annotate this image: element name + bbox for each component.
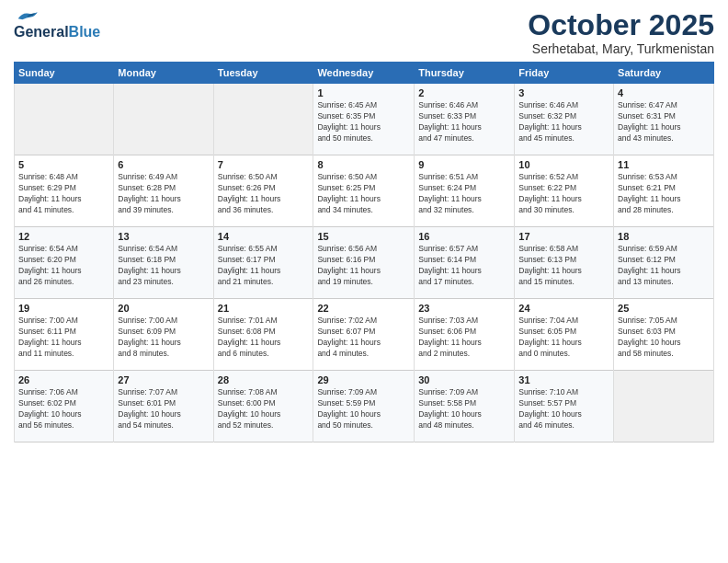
- calendar-cell: [213, 84, 313, 155]
- day-number: 25: [618, 303, 710, 314]
- day-number: 6: [118, 159, 209, 170]
- day-number: 1: [317, 87, 410, 98]
- day-info: Sunrise: 7:10 AM Sunset: 5:57 PM Dayligh…: [518, 387, 609, 431]
- day-info: Sunrise: 7:08 AM Sunset: 6:00 PM Dayligh…: [218, 387, 310, 431]
- day-info: Sunrise: 7:00 AM Sunset: 6:09 PM Dayligh…: [118, 316, 209, 360]
- day-info: Sunrise: 6:49 AM Sunset: 6:28 PM Dayligh…: [118, 172, 209, 216]
- calendar-cell: 4Sunrise: 6:47 AM Sunset: 6:31 PM Daylig…: [614, 84, 714, 155]
- weekday-header: Sunday: [15, 63, 114, 84]
- day-info: Sunrise: 7:01 AM Sunset: 6:08 PM Dayligh…: [218, 316, 310, 360]
- day-number: 13: [118, 231, 209, 242]
- day-info: Sunrise: 7:06 AM Sunset: 6:02 PM Dayligh…: [18, 387, 109, 431]
- day-info: Sunrise: 6:56 AM Sunset: 6:16 PM Dayligh…: [317, 244, 410, 288]
- calendar-cell: 18Sunrise: 6:59 AM Sunset: 6:12 PM Dayli…: [614, 227, 714, 299]
- day-number: 7: [218, 159, 310, 170]
- calendar-cell: 15Sunrise: 6:56 AM Sunset: 6:16 PM Dayli…: [313, 227, 415, 299]
- page: GeneralBlue October 2025 Serhetabat, Mar…: [0, 0, 728, 452]
- weekday-header: Thursday: [415, 63, 515, 84]
- calendar-cell: 1Sunrise: 6:45 AM Sunset: 6:35 PM Daylig…: [313, 84, 415, 155]
- title-block: October 2025 Serhetabat, Mary, Turkmenis…: [528, 9, 714, 56]
- calendar-cell: 22Sunrise: 7:02 AM Sunset: 6:07 PM Dayli…: [313, 299, 415, 371]
- day-number: 16: [418, 231, 510, 242]
- day-info: Sunrise: 7:02 AM Sunset: 6:07 PM Dayligh…: [317, 316, 410, 360]
- calendar-cell: 7Sunrise: 6:50 AM Sunset: 6:26 PM Daylig…: [213, 155, 313, 227]
- calendar-week-row: 5Sunrise: 6:48 AM Sunset: 6:29 PM Daylig…: [15, 155, 714, 227]
- day-number: 5: [18, 159, 109, 170]
- day-number: 11: [618, 159, 710, 170]
- day-number: 20: [118, 303, 209, 314]
- calendar-cell: 6Sunrise: 6:49 AM Sunset: 6:28 PM Daylig…: [114, 155, 213, 227]
- day-info: Sunrise: 7:05 AM Sunset: 6:03 PM Dayligh…: [618, 316, 710, 360]
- day-number: 17: [518, 231, 609, 242]
- calendar-cell: 10Sunrise: 6:52 AM Sunset: 6:22 PM Dayli…: [515, 155, 614, 227]
- day-info: Sunrise: 6:54 AM Sunset: 6:20 PM Dayligh…: [18, 244, 109, 288]
- logo-general: General: [14, 24, 69, 40]
- day-number: 8: [317, 159, 410, 170]
- calendar-cell: 24Sunrise: 7:04 AM Sunset: 6:05 PM Dayli…: [515, 299, 614, 371]
- weekday-header: Tuesday: [213, 63, 313, 84]
- day-info: Sunrise: 6:45 AM Sunset: 6:35 PM Dayligh…: [317, 100, 410, 144]
- calendar-cell: 26Sunrise: 7:06 AM Sunset: 6:02 PM Dayli…: [15, 371, 114, 442]
- day-info: Sunrise: 6:53 AM Sunset: 6:21 PM Dayligh…: [618, 172, 710, 216]
- day-info: Sunrise: 6:52 AM Sunset: 6:22 PM Dayligh…: [518, 172, 609, 216]
- calendar-cell: 9Sunrise: 6:51 AM Sunset: 6:24 PM Daylig…: [415, 155, 515, 227]
- day-number: 14: [218, 231, 310, 242]
- day-number: 24: [518, 303, 609, 314]
- day-info: Sunrise: 6:59 AM Sunset: 6:12 PM Dayligh…: [618, 244, 710, 288]
- logo: GeneralBlue: [14, 9, 100, 40]
- day-number: 10: [518, 159, 609, 170]
- day-number: 19: [18, 303, 109, 314]
- day-info: Sunrise: 6:55 AM Sunset: 6:17 PM Dayligh…: [218, 244, 310, 288]
- calendar-cell: 21Sunrise: 7:01 AM Sunset: 6:08 PM Dayli…: [213, 299, 313, 371]
- day-info: Sunrise: 6:51 AM Sunset: 6:24 PM Dayligh…: [418, 172, 510, 216]
- day-number: 21: [218, 303, 310, 314]
- day-info: Sunrise: 6:46 AM Sunset: 6:33 PM Dayligh…: [418, 100, 510, 144]
- day-info: Sunrise: 6:58 AM Sunset: 6:13 PM Dayligh…: [518, 244, 609, 288]
- calendar-cell: 13Sunrise: 6:54 AM Sunset: 6:18 PM Dayli…: [114, 227, 213, 299]
- calendar-cell: 19Sunrise: 7:00 AM Sunset: 6:11 PM Dayli…: [15, 299, 114, 371]
- day-info: Sunrise: 7:03 AM Sunset: 6:06 PM Dayligh…: [418, 316, 510, 360]
- calendar-cell: 5Sunrise: 6:48 AM Sunset: 6:29 PM Daylig…: [15, 155, 114, 227]
- calendar-cell: [15, 84, 114, 155]
- calendar-cell: [114, 84, 213, 155]
- day-info: Sunrise: 6:57 AM Sunset: 6:14 PM Dayligh…: [418, 244, 510, 288]
- calendar-table: SundayMondayTuesdayWednesdayThursdayFrid…: [14, 62, 714, 442]
- day-info: Sunrise: 6:48 AM Sunset: 6:29 PM Dayligh…: [18, 172, 109, 216]
- day-number: 2: [418, 87, 510, 98]
- day-number: 27: [118, 374, 209, 385]
- header: GeneralBlue October 2025 Serhetabat, Mar…: [14, 9, 714, 56]
- day-info: Sunrise: 6:54 AM Sunset: 6:18 PM Dayligh…: [118, 244, 209, 288]
- calendar-week-row: 1Sunrise: 6:45 AM Sunset: 6:35 PM Daylig…: [15, 84, 714, 155]
- calendar-cell: 29Sunrise: 7:09 AM Sunset: 5:59 PM Dayli…: [313, 371, 415, 442]
- calendar-week-row: 26Sunrise: 7:06 AM Sunset: 6:02 PM Dayli…: [15, 371, 714, 442]
- calendar-cell: 23Sunrise: 7:03 AM Sunset: 6:06 PM Dayli…: [415, 299, 515, 371]
- weekday-header: Saturday: [614, 63, 714, 84]
- day-number: 3: [518, 87, 609, 98]
- day-number: 31: [518, 374, 609, 385]
- calendar-cell: 14Sunrise: 6:55 AM Sunset: 6:17 PM Dayli…: [213, 227, 313, 299]
- day-info: Sunrise: 7:07 AM Sunset: 6:01 PM Dayligh…: [118, 387, 209, 431]
- logo-blue: Blue: [69, 24, 101, 40]
- calendar-cell: 8Sunrise: 6:50 AM Sunset: 6:25 PM Daylig…: [313, 155, 415, 227]
- calendar-cell: 17Sunrise: 6:58 AM Sunset: 6:13 PM Dayli…: [515, 227, 614, 299]
- calendar-cell: 30Sunrise: 7:09 AM Sunset: 5:58 PM Dayli…: [415, 371, 515, 442]
- calendar-cell: 28Sunrise: 7:08 AM Sunset: 6:00 PM Dayli…: [213, 371, 313, 442]
- weekday-header: Friday: [515, 63, 614, 84]
- calendar-cell: 27Sunrise: 7:07 AM Sunset: 6:01 PM Dayli…: [114, 371, 213, 442]
- day-info: Sunrise: 6:50 AM Sunset: 6:26 PM Dayligh…: [218, 172, 310, 216]
- day-info: Sunrise: 7:09 AM Sunset: 5:58 PM Dayligh…: [418, 387, 510, 431]
- day-number: 26: [18, 374, 109, 385]
- day-info: Sunrise: 6:50 AM Sunset: 6:25 PM Dayligh…: [317, 172, 410, 216]
- calendar-cell: 16Sunrise: 6:57 AM Sunset: 6:14 PM Dayli…: [415, 227, 515, 299]
- calendar-week-row: 19Sunrise: 7:00 AM Sunset: 6:11 PM Dayli…: [15, 299, 714, 371]
- day-number: 23: [418, 303, 510, 314]
- calendar-cell: 20Sunrise: 7:00 AM Sunset: 6:09 PM Dayli…: [114, 299, 213, 371]
- calendar-cell: 12Sunrise: 6:54 AM Sunset: 6:20 PM Dayli…: [15, 227, 114, 299]
- calendar-cell: 11Sunrise: 6:53 AM Sunset: 6:21 PM Dayli…: [614, 155, 714, 227]
- day-info: Sunrise: 7:09 AM Sunset: 5:59 PM Dayligh…: [317, 387, 410, 431]
- weekday-header: Wednesday: [313, 63, 415, 84]
- calendar-cell: 31Sunrise: 7:10 AM Sunset: 5:57 PM Dayli…: [515, 371, 614, 442]
- day-info: Sunrise: 6:47 AM Sunset: 6:31 PM Dayligh…: [618, 100, 710, 144]
- weekday-header: Monday: [114, 63, 213, 84]
- calendar-cell: [614, 371, 714, 442]
